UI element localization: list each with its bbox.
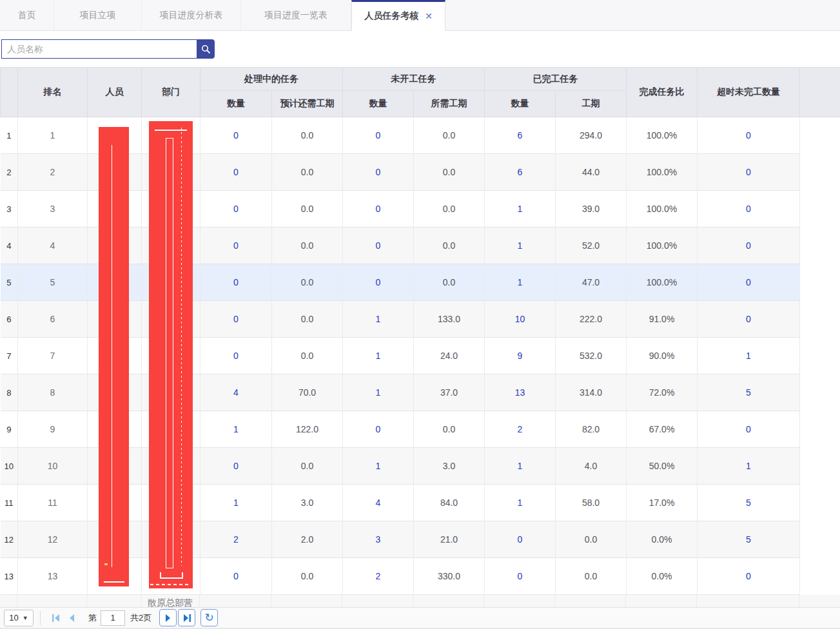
cell-completed-qty-link[interactable]: 13 bbox=[485, 374, 556, 411]
cell-completion-ratio: 0.0% bbox=[627, 558, 698, 595]
cell-completed-qty-link[interactable]: 0 bbox=[485, 521, 556, 558]
cell-overdue-link[interactable]: 0 bbox=[698, 227, 800, 264]
cell-completed-qty-link[interactable]: 9 bbox=[485, 338, 556, 374]
search-row bbox=[0, 31, 840, 67]
cell-not-started-qty-link[interactable]: 0 bbox=[343, 264, 414, 301]
search-input[interactable] bbox=[1, 39, 197, 59]
cell-completed-qty-link[interactable]: 1 bbox=[485, 191, 556, 227]
cell-completion-ratio: 100.0% bbox=[627, 117, 698, 154]
cell-completed-qty-link[interactable]: 1 bbox=[485, 448, 556, 485]
cell-completion-ratio: 17.0% bbox=[627, 485, 698, 521]
tab-label: 项目立项 bbox=[80, 10, 116, 21]
cell-not-started-qty-link[interactable]: 0 bbox=[343, 191, 414, 227]
cell-not-started-qty-link[interactable]: 0 bbox=[343, 117, 414, 154]
last-page-button[interactable] bbox=[178, 609, 195, 626]
cell-overdue-link[interactable]: 0 bbox=[698, 411, 800, 448]
cell-not-started-qty-link[interactable]: 0 bbox=[343, 411, 414, 448]
cell-processing-qty-link[interactable]: 1 bbox=[200, 411, 272, 448]
cell-processing-qty-link[interactable]: 1 bbox=[200, 485, 272, 521]
tab-home[interactable]: 首页 bbox=[0, 0, 54, 30]
tab-progress-overview[interactable]: 项目进度一览表 bbox=[241, 0, 351, 30]
cell-not-started-qty-link[interactable]: 1 bbox=[343, 374, 414, 411]
page-number-input[interactable] bbox=[101, 610, 125, 626]
cell-processing-qty-link[interactable]: 2 bbox=[200, 521, 272, 558]
cell-processing-qty-link[interactable]: 0 bbox=[200, 264, 272, 301]
cell-rank: 10 bbox=[18, 448, 88, 485]
cell-completed-duration: 4.0 bbox=[556, 448, 627, 485]
cell-completed-qty-link[interactable]: 6 bbox=[485, 117, 556, 154]
cell-completed-qty-link[interactable]: 2 bbox=[485, 411, 556, 448]
prev-page-button[interactable] bbox=[64, 610, 79, 626]
cell-completion-ratio: 0.0% bbox=[627, 521, 698, 558]
cell-completion-ratio: 72.0% bbox=[627, 374, 698, 411]
tab-personnel-assessment[interactable]: 人员任务考核 ✕ bbox=[351, 0, 445, 31]
cell-not-started-duration: 0.0 bbox=[414, 411, 485, 448]
cell-processing-qty-link[interactable]: 0 bbox=[200, 227, 272, 264]
cell-not-started-qty-link[interactable]: 1 bbox=[343, 448, 414, 485]
cell-processing-remaining: 0.0 bbox=[272, 338, 343, 374]
cell-overdue-link[interactable]: 5 bbox=[698, 521, 800, 558]
tab-label: 项目进度一览表 bbox=[264, 10, 327, 21]
page-prefix-label: 第 bbox=[88, 612, 97, 624]
cell-processing-qty-link[interactable]: 0 bbox=[200, 301, 272, 338]
cell-rank: 8 bbox=[18, 374, 88, 411]
cell-processing-qty-link[interactable]: 0 bbox=[200, 338, 272, 374]
cell-completed-qty-link[interactable]: 1 bbox=[485, 264, 556, 301]
tab-progress-analysis[interactable]: 项目进度分析表 bbox=[142, 0, 241, 30]
header-required-duration: 所需工期 bbox=[414, 91, 485, 117]
cell-rank: 13 bbox=[18, 558, 88, 595]
partial-row: 散原总部营 bbox=[0, 595, 840, 607]
cell-completed-duration: 0.0 bbox=[556, 558, 627, 595]
cell-completed-qty-link[interactable]: 6 bbox=[485, 154, 556, 191]
next-page-button[interactable] bbox=[159, 609, 177, 626]
row-index: 1 bbox=[1, 117, 18, 154]
cell-not-started-qty-link[interactable]: 2 bbox=[343, 558, 414, 595]
cell-not-started-duration: 330.0 bbox=[414, 558, 485, 595]
cell-not-started-qty-link[interactable]: 4 bbox=[343, 485, 414, 521]
cell-overdue-link[interactable]: 1 bbox=[698, 448, 800, 485]
cell-overdue-link[interactable]: 0 bbox=[698, 191, 800, 227]
cell-processing-qty-link[interactable]: 0 bbox=[200, 117, 272, 154]
cell-processing-qty-link[interactable]: 4 bbox=[200, 374, 272, 411]
search-button[interactable] bbox=[197, 39, 215, 59]
cell-processing-qty-link[interactable]: 0 bbox=[200, 191, 272, 227]
header-processing-remaining: 预计还需工期 bbox=[272, 91, 343, 117]
cell-not-started-qty-link[interactable]: 0 bbox=[343, 154, 414, 191]
page-size-select[interactable]: 10 ▼ bbox=[4, 610, 34, 626]
cell-not-started-duration: 0.0 bbox=[414, 154, 485, 191]
cell-completed-qty-link[interactable]: 1 bbox=[485, 227, 556, 264]
cell-overdue-link[interactable]: 5 bbox=[698, 485, 800, 521]
cell-processing-qty-link[interactable]: 0 bbox=[200, 154, 272, 191]
cell-completed-qty-link[interactable]: 10 bbox=[485, 301, 556, 338]
close-tab-icon[interactable]: ✕ bbox=[425, 11, 433, 21]
cell-overdue-link[interactable]: 0 bbox=[698, 264, 800, 301]
cell-processing-qty-link[interactable]: 0 bbox=[200, 558, 272, 595]
cell-overdue-link[interactable]: 0 bbox=[698, 117, 800, 154]
header-index bbox=[1, 68, 18, 117]
cell-completion-ratio: 100.0% bbox=[627, 191, 698, 227]
cell-processing-qty-link[interactable]: 0 bbox=[200, 448, 272, 485]
cell-completed-qty-link[interactable]: 0 bbox=[485, 558, 556, 595]
cell-filler bbox=[800, 338, 840, 374]
cell-filler bbox=[800, 227, 840, 264]
cell-overdue-link[interactable]: 0 bbox=[698, 154, 800, 191]
cell-not-started-qty-link[interactable]: 1 bbox=[343, 301, 414, 338]
header-not-started-qty: 数量 bbox=[343, 91, 414, 117]
first-page-icon bbox=[52, 614, 61, 622]
cell-overdue-link[interactable]: 0 bbox=[698, 301, 800, 338]
cell-not-started-qty-link[interactable]: 0 bbox=[343, 227, 414, 264]
cell-rank: 12 bbox=[18, 521, 88, 558]
refresh-button[interactable]: ↻ bbox=[200, 609, 218, 626]
partial-dept-text: 散原总部营 bbox=[141, 595, 200, 607]
first-page-button[interactable] bbox=[48, 610, 64, 626]
cell-not-started-qty-link[interactable]: 1 bbox=[343, 338, 414, 374]
cell-not-started-qty-link[interactable]: 3 bbox=[343, 521, 414, 558]
tab-project-initiation[interactable]: 项目立项 bbox=[54, 0, 142, 30]
chevron-down-icon: ▼ bbox=[23, 615, 28, 621]
cell-processing-remaining: 122.0 bbox=[272, 411, 343, 448]
cell-overdue-link[interactable]: 5 bbox=[698, 374, 800, 411]
cell-completed-qty-link[interactable]: 1 bbox=[485, 485, 556, 521]
cell-overdue-link[interactable]: 0 bbox=[698, 558, 800, 595]
cell-completed-duration: 82.0 bbox=[556, 411, 627, 448]
cell-overdue-link[interactable]: 1 bbox=[698, 338, 800, 374]
